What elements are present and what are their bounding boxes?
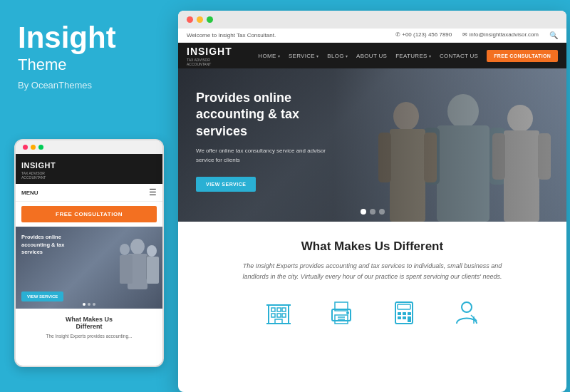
mobile-hero-btn[interactable]: VIEW SERVICE <box>21 292 63 301</box>
browser-dot-red <box>187 16 193 23</box>
hero-dot-1[interactable] <box>361 209 366 215</box>
site-logo-sub: TAX ADVISORACCOUNTANT <box>187 58 232 66</box>
indicator-dot-1 <box>83 303 86 306</box>
person-icon <box>453 301 480 325</box>
browser-dot-green <box>207 16 213 23</box>
svg-rect-7 <box>147 257 159 284</box>
hero-dot-2[interactable] <box>370 209 375 215</box>
icon-box-person <box>453 301 480 325</box>
dot-green <box>38 145 43 150</box>
svg-rect-25 <box>277 314 281 317</box>
svg-rect-39 <box>403 312 406 315</box>
site-logo-block: INSIGHT TAX ADVISORACCOUNTANT <box>187 45 232 66</box>
calculator-icon <box>390 301 418 325</box>
svg-rect-21 <box>271 308 275 311</box>
mobile-mockup: INSIGHT TAX ADVISORACCOUNTANT MENU ☰ FRE… <box>14 139 164 367</box>
nav-blog[interactable]: BLOG ▾ <box>327 53 348 59</box>
mobile-titlebar <box>16 140 162 154</box>
svg-point-44 <box>462 302 472 312</box>
brand-subtitle: Theme <box>18 56 157 74</box>
hamburger-icon[interactable]: ☰ <box>149 187 157 197</box>
mobile-menu-bar: MENU ☰ <box>16 184 162 202</box>
mobile-section-text: The Insight Experts provides accounting.… <box>16 333 162 340</box>
dot-yellow <box>31 145 36 150</box>
hero-slide-dots <box>361 209 385 215</box>
site-navbar: INSIGHT TAX ADVISORACCOUNTANT HOME ▾ SER… <box>178 43 566 68</box>
nav-features[interactable]: FEATURES ▾ <box>395 53 431 59</box>
mobile-silhouette <box>116 234 159 309</box>
dot-red <box>23 145 28 150</box>
hero-dot-3[interactable] <box>379 209 385 215</box>
nav-about[interactable]: ABOUT US <box>356 53 387 59</box>
topbar-contact: ✆ +00 (123) 456 7890 ✉ info@insighttaxad… <box>395 31 558 39</box>
svg-rect-24 <box>271 314 275 317</box>
svg-point-4 <box>120 244 130 255</box>
svg-rect-22 <box>277 308 281 311</box>
svg-rect-43 <box>408 316 411 322</box>
service-chevron-icon: ▾ <box>316 53 318 58</box>
mobile-logo: INSIGHT TAX ADVISORACCOUNTANT <box>21 158 56 180</box>
site-topbar: Welcome to Insight Tax Consultant. ✆ +00… <box>178 29 566 43</box>
hero-title: Provides online accounting & tax service… <box>196 90 346 140</box>
icon-row <box>192 297 552 325</box>
svg-rect-26 <box>282 314 286 317</box>
svg-rect-40 <box>408 312 411 315</box>
blog-chevron-icon: ▾ <box>346 53 348 58</box>
icon-box-building <box>265 301 292 325</box>
nav-home[interactable]: HOME ▾ <box>258 53 280 59</box>
site-section: What Makes Us Different The Insight Expe… <box>178 222 566 336</box>
topbar-phone: ✆ +00 (123) 456 7890 <box>395 31 452 39</box>
indicator-dot-2 <box>88 303 90 306</box>
browser-dot-yellow <box>197 16 203 23</box>
hero-content: Provides online accounting & tax service… <box>196 90 346 192</box>
section-text: The Insight Experts provides accounting … <box>237 261 508 283</box>
svg-point-0 <box>130 239 145 254</box>
brand-title: Insight <box>18 21 157 54</box>
left-panel: Insight Theme By OceanThemes INSIGHT TAX… <box>0 0 175 392</box>
icon-box-calculator <box>390 301 418 325</box>
svg-rect-41 <box>398 316 401 319</box>
mobile-hero-text: Provides online accounting & tax service… <box>21 234 86 257</box>
topbar-email: ✉ info@insighttaxadvisor.com <box>462 31 539 39</box>
nav-cta-button[interactable]: FREE CONSULTATION <box>487 50 558 62</box>
indicator-dot-3 <box>93 303 95 306</box>
section-title: What Makes Us Different <box>192 239 552 254</box>
svg-rect-5 <box>120 255 133 284</box>
site-logo: INSIGHT <box>187 46 232 57</box>
nav-contact[interactable]: CONTACT US <box>440 53 478 59</box>
mobile-dots-indicator <box>83 303 95 306</box>
mobile-cta-button[interactable]: FREE CONSULTATION <box>21 206 157 222</box>
browser-mockup: Welcome to Insight Tax Consultant. ✆ +00… <box>178 11 566 392</box>
svg-rect-38 <box>398 312 401 315</box>
mobile-section-title: What Makes UsDifferent <box>16 309 162 333</box>
nav-service[interactable]: SERVICE ▾ <box>289 53 318 59</box>
hero-cta-button[interactable]: VIEW SERVICE <box>196 177 256 192</box>
nav-links: HOME ▾ SERVICE ▾ BLOG ▾ ABOUT US FEATURE… <box>258 50 558 62</box>
browser-titlebar <box>178 11 566 29</box>
svg-point-35 <box>346 311 349 314</box>
svg-rect-37 <box>398 304 410 309</box>
topbar-welcome: Welcome to Insight Tax Consultant. <box>187 32 276 38</box>
building-icon <box>265 301 292 325</box>
site-hero: Provides online accounting & tax service… <box>178 68 566 222</box>
mobile-header: INSIGHT TAX ADVISORACCOUNTANT <box>16 154 162 184</box>
svg-point-6 <box>147 245 157 257</box>
mobile-hero: Provides online accounting & tax service… <box>16 227 162 309</box>
svg-rect-42 <box>403 316 406 319</box>
svg-rect-23 <box>282 308 286 311</box>
hero-subtitle: We offer online tax consultancy service … <box>196 147 331 165</box>
brand-by: By OceanThemes <box>18 80 157 91</box>
printer-icon <box>328 301 355 325</box>
topbar-search-icon[interactable]: 🔍 <box>549 31 558 39</box>
features-chevron-icon: ▾ <box>429 53 431 58</box>
icon-box-printer <box>328 301 355 325</box>
home-chevron-icon: ▾ <box>278 53 280 58</box>
